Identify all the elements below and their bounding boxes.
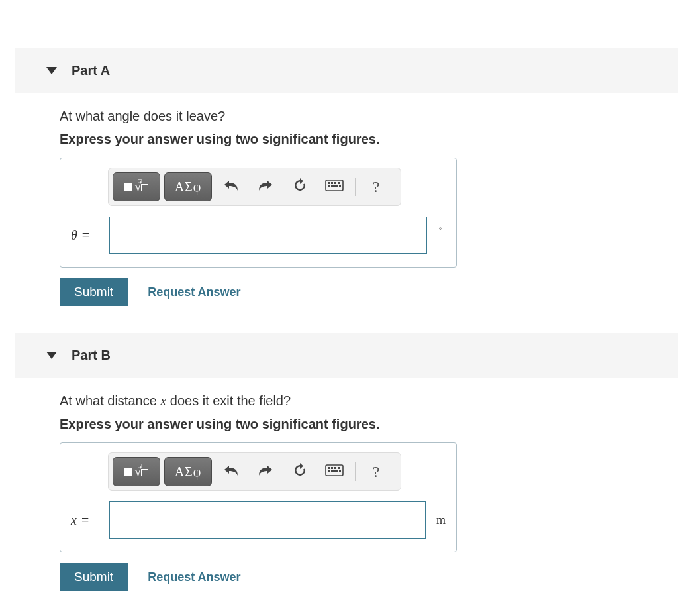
part-a-question: At what angle does it leave? [60,109,678,124]
part-a-submit-button[interactable]: Submit [60,278,128,306]
part-b-toolbar: □√ ΑΣφ [108,452,401,491]
reset-button[interactable] [285,457,315,486]
undo-button[interactable] [216,172,246,201]
part-b-body: At what distance x does it exit the fiel… [0,378,678,616]
svg-marker-9 [46,352,57,359]
caret-down-icon [46,67,57,75]
help-button[interactable]: ? [361,457,391,486]
part-b-question-post: does it exit the field? [166,393,291,408]
keyboard-button[interactable] [319,172,350,201]
templates-button[interactable]: □√ [113,172,160,201]
part-b-request-answer-link[interactable]: Request Answer [148,570,240,584]
part-b-question-pre: At what distance [60,393,160,408]
math-templates-icon: □√ [124,465,149,479]
toolbar-divider [355,178,356,196]
top-spacer [0,0,678,48]
reset-icon [292,462,308,481]
svg-rect-2 [328,182,330,184]
part-a-title: Part A [72,63,110,78]
greek-icon: ΑΣφ [175,464,202,480]
keyboard-icon [325,464,344,479]
svg-rect-17 [339,470,341,472]
redo-button[interactable] [250,457,281,486]
svg-rect-15 [328,470,330,472]
keyboard-icon [325,180,344,194]
help-button[interactable]: ? [361,172,391,201]
part-a-variable-label: θ = [71,228,100,243]
part-b-answer-panel: □√ ΑΣφ [60,442,457,552]
svg-rect-8 [339,185,341,187]
part-a-input-row: θ = ° [71,217,446,254]
part-a-answer-input[interactable] [109,217,427,254]
redo-icon [257,178,274,195]
help-icon: ? [373,178,380,196]
svg-rect-14 [338,467,340,469]
svg-rect-12 [331,467,333,469]
redo-button[interactable] [250,172,281,201]
part-a-toolbar: □√ ΑΣφ [108,168,401,206]
svg-rect-11 [328,467,330,469]
part-a-unit-label: ° [439,227,442,234]
svg-rect-4 [334,182,336,184]
part-b-answer-input[interactable] [109,501,426,539]
svg-marker-0 [46,67,57,74]
part-b-question: At what distance x does it exit the fiel… [60,393,678,409]
undo-button[interactable] [216,457,246,486]
part-a-body: At what angle does it leave? Express you… [0,93,678,333]
part-a-header[interactable]: Part A [15,48,678,93]
part-b-unit-label: m [436,513,446,527]
part-b-input-row: x = m [71,501,446,539]
part-a-instruction: Express your answer using two significan… [60,132,678,147]
keyboard-button[interactable] [319,457,350,486]
svg-rect-13 [334,467,336,469]
svg-rect-3 [331,182,333,184]
undo-icon [222,463,240,480]
greek-icon: ΑΣφ [175,180,202,195]
undo-icon [222,178,240,195]
svg-rect-16 [331,470,338,472]
toolbar-divider [355,462,356,481]
greek-button[interactable]: ΑΣφ [164,172,212,201]
svg-rect-6 [328,185,330,187]
math-templates-icon: □√ [124,180,149,194]
part-b-title: Part B [72,348,111,363]
part-a-answer-panel: □√ ΑΣφ [60,158,457,268]
part-b-submit-button[interactable]: Submit [60,563,128,591]
help-icon: ? [373,463,380,481]
part-b-variable-label: x = [71,513,100,528]
templates-button[interactable]: □√ [113,457,160,486]
part-b-actions: Submit Request Answer [60,563,678,591]
part-b-header[interactable]: Part B [15,333,678,378]
part-a-actions: Submit Request Answer [60,278,678,306]
part-b-question-var: x [160,393,166,408]
part-a-request-answer-link[interactable]: Request Answer [148,285,240,299]
svg-rect-7 [331,185,338,187]
greek-button[interactable]: ΑΣφ [164,457,212,486]
reset-button[interactable] [285,172,315,201]
svg-rect-5 [338,182,340,184]
reset-icon [292,178,308,196]
caret-down-icon [46,352,57,360]
part-b-instruction: Express your answer using two significan… [60,417,678,432]
redo-icon [257,463,274,480]
